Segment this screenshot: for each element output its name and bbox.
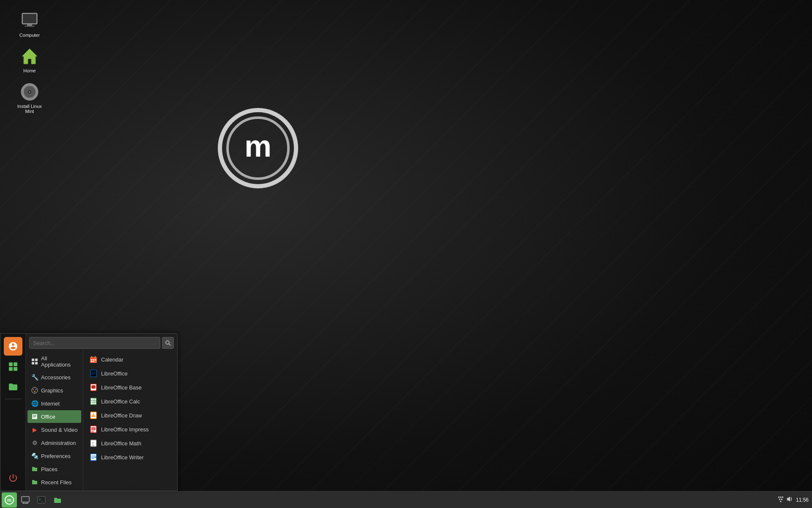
svg-rect-33 <box>95 356 96 358</box>
svg-rect-37 <box>91 361 92 362</box>
svg-point-46 <box>91 387 96 389</box>
svg-rect-34 <box>91 359 92 360</box>
svg-rect-55 <box>91 427 96 430</box>
libreoffice-base-label: LibreOffice Base <box>101 384 142 391</box>
category-recent-files[interactable]: Recent Files <box>27 476 81 489</box>
taskbar-clock: 11:56 <box>796 497 809 503</box>
internet-label: Internet <box>41 400 60 407</box>
svg-point-24 <box>36 389 37 390</box>
taskbar-files[interactable] <box>50 492 65 508</box>
search-input[interactable] <box>29 337 160 349</box>
svg-rect-38 <box>93 361 94 362</box>
desktop-icons: Computer Home Install Linux Mint <box>13 0 47 116</box>
app-libreoffice-impress[interactable]: LibreOffice Impress <box>85 422 176 436</box>
app-libreoffice-math[interactable]: ∑ LibreOffice Math <box>85 436 176 450</box>
svg-rect-12 <box>9 362 13 366</box>
calendar-label: Calendar <box>101 356 123 363</box>
category-sound-video[interactable]: ▶ Sound & Video <box>27 423 81 436</box>
administration-icon: ⚙ <box>31 439 38 447</box>
svg-rect-47 <box>91 398 96 405</box>
category-all-applications[interactable]: All Applications <box>27 353 81 370</box>
install-label: Install Linux Mint <box>15 104 44 114</box>
computer-icon <box>19 11 40 31</box>
sidebar-all-apps-icon[interactable] <box>4 357 22 376</box>
calendar-icon <box>89 355 98 364</box>
category-preferences[interactable]: 🔩 Preferences <box>27 450 81 462</box>
app-libreoffice[interactable]: LibreOffice <box>85 367 176 380</box>
preferences-label: Preferences <box>41 453 71 459</box>
app-libreoffice-base[interactable]: LibreOffice Base <box>85 381 176 394</box>
internet-icon: 🌐 <box>31 400 38 407</box>
svg-marker-78 <box>787 497 790 502</box>
search-button[interactable] <box>162 337 174 349</box>
svg-text:>_: >_ <box>39 498 43 502</box>
svg-rect-31 <box>90 357 97 359</box>
svg-rect-75 <box>779 499 780 500</box>
categories-panel: All Applications 🔧 Accessories <box>26 351 83 491</box>
svg-text:m: m <box>7 497 11 502</box>
office-icon <box>31 413 38 420</box>
sound-video-label: Sound & Video <box>41 427 78 433</box>
graphics-label: Graphics <box>41 387 63 394</box>
mint-logo: m <box>211 102 304 195</box>
sidebar-files-icon[interactable] <box>4 378 22 396</box>
svg-rect-20 <box>32 362 34 364</box>
libreoffice-icon <box>89 369 98 378</box>
install-icon <box>19 82 40 102</box>
app-calendar[interactable]: Calendar <box>85 353 176 366</box>
desktop-icon-computer[interactable]: Computer <box>13 8 47 40</box>
sidebar-power-icon[interactable] <box>4 469 22 487</box>
taskbar-right: 11:56 <box>777 496 812 504</box>
desktop: m Computer Home <box>0 0 812 508</box>
desktop-icon-install[interactable]: Install Linux Mint <box>13 80 47 116</box>
svg-marker-7 <box>22 49 37 64</box>
svg-rect-19 <box>35 359 38 361</box>
accessories-label: Accessories <box>41 374 71 381</box>
libreoffice-calc-icon <box>89 397 98 406</box>
taskbar-show-desktop[interactable] <box>18 492 33 508</box>
category-administration[interactable]: ⚙ Administration <box>27 436 81 449</box>
accessories-icon: 🔧 <box>31 373 38 381</box>
taskbar-menu-button[interactable]: m <box>2 492 17 508</box>
svg-point-25 <box>34 391 36 392</box>
all-applications-icon <box>31 358 38 365</box>
office-label: Office <box>41 414 55 420</box>
svg-rect-18 <box>32 359 34 361</box>
menu-main: All Applications 🔧 Accessories <box>26 334 177 491</box>
home-label: Home <box>23 68 36 73</box>
administration-label: Administration <box>41 440 76 446</box>
libreoffice-math-icon: ∑ <box>89 439 98 447</box>
taskbar-volume-icon <box>787 496 793 504</box>
category-graphics[interactable]: Graphics <box>27 384 81 397</box>
svg-point-22 <box>32 387 38 393</box>
recent-files-label: Recent Files <box>41 479 71 486</box>
app-libreoffice-calc[interactable]: LibreOffice Calc <box>85 395 176 408</box>
svg-rect-73 <box>780 497 781 498</box>
libreoffice-base-icon <box>89 383 98 392</box>
svg-text:∑: ∑ <box>92 442 94 446</box>
svg-text:m: m <box>244 129 272 163</box>
app-libreoffice-writer[interactable]: LibreOffice Writer <box>85 450 176 464</box>
places-label: Places <box>41 466 58 472</box>
category-accessories[interactable]: 🔧 Accessories <box>27 371 81 384</box>
libreoffice-draw-label: LibreOffice Draw <box>101 412 142 419</box>
libreoffice-writer-label: LibreOffice Writer <box>101 454 144 461</box>
category-internet[interactable]: 🌐 Internet <box>27 397 81 410</box>
app-libreoffice-draw[interactable]: LibreOffice Draw <box>85 409 176 422</box>
apps-panel: Calendar LibreOffice <box>83 351 177 491</box>
menu-content-area: All Applications 🔧 Accessories <box>26 351 177 491</box>
svg-rect-77 <box>780 501 781 502</box>
home-icon <box>19 46 40 66</box>
category-places[interactable]: Places <box>27 463 81 475</box>
libreoffice-draw-icon <box>89 411 98 420</box>
svg-rect-72 <box>778 497 779 498</box>
svg-point-16 <box>166 341 169 344</box>
desktop-icon-home[interactable]: Home <box>13 44 47 75</box>
category-office[interactable]: Office <box>27 410 81 423</box>
sidebar-favorites-icon[interactable] <box>4 337 22 356</box>
libreoffice-math-label: LibreOffice Math <box>101 440 141 447</box>
svg-line-17 <box>169 344 170 345</box>
libreoffice-label: LibreOffice <box>101 370 128 377</box>
libreoffice-writer-icon <box>89 453 98 461</box>
taskbar-terminal[interactable]: >_ <box>34 492 49 508</box>
